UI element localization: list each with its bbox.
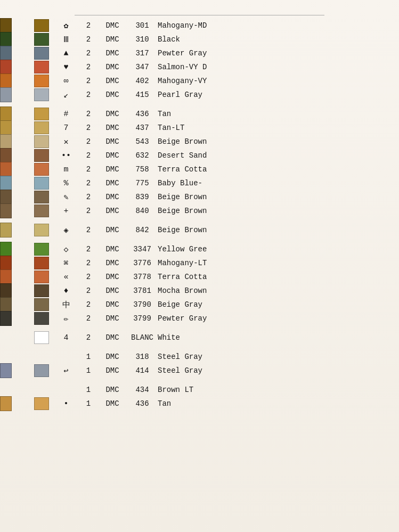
tab-swatch [0, 148, 12, 163]
header [0, 5, 399, 18]
swatch-area [0, 191, 53, 203]
color-name: Beige Brown [158, 226, 399, 234]
row-content: ♥2DMC347Salmon-VY D [53, 63, 399, 72]
dmc-number: 436 [127, 110, 158, 118]
color-name: Baby Blue- [158, 179, 399, 187]
color-swatch [34, 75, 49, 87]
brand: DMC [98, 49, 127, 58]
color-name: Black [158, 35, 399, 44]
brand: DMC [98, 300, 127, 309]
symbol: ∞ [53, 77, 79, 86]
tab-swatch [0, 269, 12, 284]
row-content: ♦2DMC3781Mocha Brown [53, 287, 399, 296]
tab-swatch [0, 242, 12, 257]
symbol: ✕ [53, 137, 79, 147]
thread-row: #2DMC436Tan [0, 107, 399, 121]
row-content: 1DMC318Steel Gray [53, 353, 399, 361]
quantity: 2 [79, 226, 98, 234]
quantity: 1 [79, 366, 98, 375]
column-headers [75, 11, 324, 15]
quantity: 2 [79, 124, 98, 132]
thread-row: ♦2DMC3781Mocha Brown [0, 284, 399, 298]
color-name: Terra Cotta [158, 273, 399, 281]
brand: DMC [98, 399, 127, 408]
thread-row: %2DMC775Baby Blue- [0, 176, 399, 190]
dmc-number: 434 [127, 386, 158, 394]
thread-row: ↩1DMC414Steel Gray [0, 364, 399, 378]
brand: DMC [98, 151, 127, 160]
dmc-number: 3781 [127, 287, 158, 295]
brand: DMC [98, 165, 127, 174]
thread-row: ◇2DMC3347Yellow Gree [0, 242, 399, 256]
color-swatch [34, 312, 49, 325]
color-swatch [34, 331, 49, 344]
thread-row: 中2DMC3790Beige Gray [0, 298, 399, 312]
color-swatch [34, 191, 49, 203]
tab-swatch [0, 87, 12, 102]
page: ✿2DMC301Mahogany-MDⅢ2DMC310Black▲2DMC317… [0, 0, 399, 532]
brand: DMC [98, 91, 127, 99]
row-content: +2DMC840Beige Brown [53, 207, 399, 216]
thread-row: ✎2DMC839Beige Brown [0, 190, 399, 204]
quantity: 2 [79, 77, 98, 85]
symbol: ✿ [53, 21, 79, 31]
color-swatch [34, 163, 49, 176]
dmc-number: 3790 [127, 300, 158, 309]
symbol: ✏ [53, 314, 79, 324]
color-swatch [34, 224, 49, 236]
brand: DMC [98, 333, 127, 342]
row-content: ↩1DMC414Steel Gray [53, 366, 399, 376]
brand: DMC [98, 386, 127, 394]
swatch-area [0, 298, 53, 311]
spacer [0, 102, 399, 107]
brand: DMC [98, 366, 127, 375]
dmc-number: 347 [127, 63, 158, 71]
row-content: m2DMC758Terra Cotta [53, 165, 399, 174]
dmc-number: 3347 [127, 245, 158, 253]
dmc-number: 543 [127, 137, 158, 146]
thread-row: +2DMC840Beige Brown [0, 204, 399, 218]
dmc-number: 758 [127, 165, 158, 174]
swatch-area [0, 108, 53, 120]
swatch-area [0, 149, 53, 162]
color-name: Steel Gray [158, 366, 399, 375]
swatch-area [0, 75, 53, 87]
color-name: Beige Brown [158, 207, 399, 215]
swatch-area [0, 163, 53, 176]
tab-swatch [0, 256, 12, 271]
color-name: Tan [158, 399, 399, 408]
tab-swatch [0, 73, 12, 88]
color-swatch [34, 47, 49, 60]
color-swatch [34, 397, 49, 410]
brand: DMC [98, 287, 127, 295]
symbol: « [53, 273, 79, 282]
color-name: Tan [158, 110, 399, 118]
color-swatch [34, 121, 49, 134]
swatch-area [0, 33, 53, 46]
thread-row: ∞2DMC402Mahogany-VY [0, 74, 399, 88]
symbol: ⌘ [53, 258, 79, 268]
quantity: 2 [79, 179, 98, 187]
quantity: 2 [79, 314, 98, 323]
dmc-number: 3778 [127, 273, 158, 281]
brand: DMC [98, 193, 127, 201]
color-name: Mahogany-VY [158, 77, 399, 85]
thread-row: ▲2DMC317Pewter Gray [0, 46, 399, 60]
color-swatch [34, 108, 49, 120]
symbol: ↙ [53, 90, 79, 100]
brand: DMC [98, 63, 127, 71]
swatch-area [0, 61, 53, 73]
swatch-area [0, 224, 53, 236]
quantity: 2 [79, 63, 98, 71]
symbol: ◇ [53, 244, 79, 255]
tab-swatch [0, 203, 12, 218]
color-swatch [34, 271, 49, 283]
symbol: ♦ [53, 287, 79, 296]
tab-swatch [0, 60, 12, 75]
quantity: 2 [79, 333, 98, 342]
symbol: • [53, 399, 79, 408]
swatch-area [0, 88, 53, 101]
color-swatch [34, 364, 49, 377]
brand: DMC [98, 353, 127, 361]
thread-row: 42DMCBLANCWhite [0, 331, 399, 345]
